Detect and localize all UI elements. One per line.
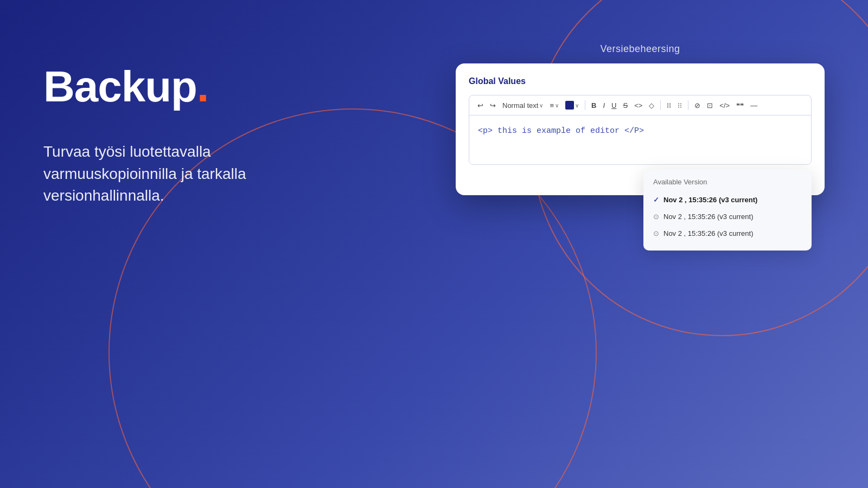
list-number-button[interactable]: ⁝⁝ xyxy=(676,100,684,111)
version-item-1[interactable]: ✓ Nov 2 , 15:35:26 (v3 current) xyxy=(643,191,812,208)
strikethrough-button[interactable]: S xyxy=(621,100,629,111)
code-inline-button[interactable]: <> xyxy=(633,100,644,111)
redo-button[interactable]: ↪ xyxy=(488,100,497,111)
versie-label: Versiebeheersing xyxy=(456,43,825,55)
align-arrow: ∨ xyxy=(555,102,559,108)
left-content-area: Backup. Turvaa työsi luotettavalla varmu… xyxy=(43,65,315,207)
text-style-dropdown[interactable]: Normal text ∨ xyxy=(501,100,545,111)
underline-button[interactable]: U xyxy=(610,100,618,111)
color-swatch xyxy=(565,101,574,110)
editor-content[interactable]: <p> this is example of editor </P> xyxy=(469,115,811,164)
version-dropdown: Available Version ✓ Nov 2 , 15:35:26 (v3… xyxy=(643,169,812,251)
version-item-3[interactable]: ⊙ Nov 2 , 15:35:26 (v3 current) xyxy=(643,225,812,242)
editor-text: <p> this is example of editor </P> xyxy=(478,126,644,136)
quote-button[interactable]: ❝❝ xyxy=(735,100,745,111)
image-button[interactable]: ⊡ xyxy=(705,100,714,111)
editor-wrap: ↩ ↪ Normal text ∨ ≡ ∨ ∨ B I U S xyxy=(469,95,812,165)
dropdown-header: Available Version xyxy=(643,178,812,191)
separator-1 xyxy=(585,100,585,110)
subtext-line2: varmuuskopioinnilla ja tarkalla xyxy=(43,165,246,182)
version-item-3-label: Nov 2 , 15:35:26 (v3 current) xyxy=(663,229,753,237)
subtext: Turvaa työsi luotettavalla varmuuskopioi… xyxy=(43,141,315,207)
text-style-arrow: ∨ xyxy=(539,102,543,108)
color-dropdown[interactable]: ∨ xyxy=(564,100,580,111)
subtext-line1: Turvaa työsi luotettavalla xyxy=(43,143,211,160)
version-item-2[interactable]: ⊙ Nov 2 , 15:35:26 (v3 current) xyxy=(643,208,812,225)
clock-icon-2: ⊙ xyxy=(653,229,659,237)
color-arrow: ∨ xyxy=(575,102,579,108)
right-content-area: Versiebeheersing Global Values ↩ ↪ Norma… xyxy=(456,43,825,195)
align-icon: ≡ xyxy=(550,101,554,110)
headline-dot: . xyxy=(197,62,208,111)
clock-icon-1: ⊙ xyxy=(653,213,659,221)
headline: Backup. xyxy=(43,65,315,108)
italic-button[interactable]: I xyxy=(601,100,607,111)
subtext-line3: versionhallinnalla. xyxy=(43,187,164,204)
link-button[interactable]: ⊘ xyxy=(693,100,702,111)
bold-button[interactable]: B xyxy=(590,100,598,111)
version-item-1-label: Nov 2 , 15:35:26 (v3 current) xyxy=(663,196,757,204)
list-bullet-button[interactable]: ⁞⁞ xyxy=(665,100,673,111)
check-icon: ✓ xyxy=(653,196,659,204)
undo-button[interactable]: ↩ xyxy=(476,100,485,111)
no-format-button[interactable]: ◇ xyxy=(647,100,656,111)
toolbar: ↩ ↪ Normal text ∨ ≡ ∨ ∨ B I U S xyxy=(469,95,811,115)
code-block-button[interactable]: </> xyxy=(718,100,731,111)
separator-2 xyxy=(660,100,661,110)
version-item-2-label: Nov 2 , 15:35:26 (v3 current) xyxy=(663,213,753,221)
card-title: Global Values xyxy=(469,76,812,86)
hr-button[interactable]: — xyxy=(749,100,759,111)
editor-card: Global Values ↩ ↪ Normal text ∨ ≡ ∨ ∨ xyxy=(456,63,825,195)
align-dropdown[interactable]: ≡ ∨ xyxy=(548,100,560,111)
separator-3 xyxy=(688,100,688,110)
text-style-label: Normal text xyxy=(502,101,538,110)
headline-text: Backup xyxy=(43,62,197,111)
